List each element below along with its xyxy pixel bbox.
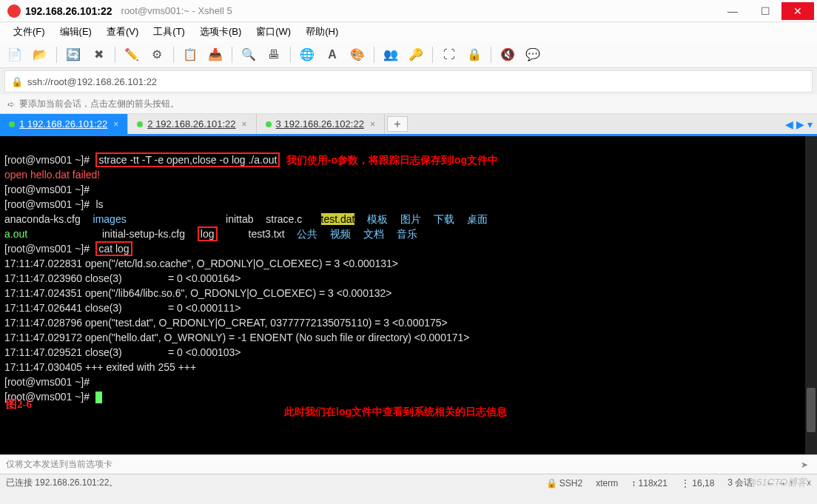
ls-dir: 音乐 — [397, 228, 417, 240]
watermark: @51CTO博客 — [747, 476, 807, 489]
ls-dir: 公共 — [297, 228, 317, 240]
key-icon[interactable]: 🔑 — [406, 44, 426, 65]
users-icon[interactable]: 👥 — [380, 44, 401, 65]
ls-dir: 桌面 — [467, 213, 488, 225]
prompt: [root@vms001 ~]# — [4, 243, 90, 255]
log-line: 17:11:47.024351 open("/lib64/libc.so.6",… — [4, 287, 391, 299]
properties-icon[interactable]: ✏️ — [121, 44, 142, 65]
tab-3[interactable]: 3 192.168.26.102:22 × — [257, 114, 385, 134]
ls-file: anaconda-ks.cfg — [4, 213, 81, 225]
maximize-button[interactable]: ☐ — [749, 2, 781, 20]
ls-file: inittab — [226, 213, 253, 225]
send-arrow-icon[interactable]: ➤ — [801, 460, 808, 470]
status-clear-icon[interactable]: ☓ — [807, 478, 811, 488]
ls-dir: 文档 — [363, 228, 384, 240]
menu-tools[interactable]: 工具(T) — [147, 24, 191, 40]
arrow-add-icon[interactable]: ➪ — [7, 99, 15, 110]
ls-dir: 模板 — [367, 213, 388, 225]
color-icon[interactable]: 🎨 — [347, 44, 368, 65]
font-icon[interactable]: A — [322, 44, 343, 65]
tab-nav[interactable]: ◀ ▶ ▾ — [781, 114, 817, 134]
menu-file[interactable]: 文件(F) — [7, 24, 51, 40]
log-line: 17:11:47.022831 open("/etc/ld.so.cache",… — [4, 258, 398, 269]
tab-status-dot — [266, 121, 272, 127]
status-size: 118x21 — [639, 478, 668, 488]
highlight-strace-cmd: strace -tt -T -e open,close -o log ./a.o… — [95, 152, 280, 167]
tab-1[interactable]: 1 192.168.26.101:22 × — [0, 114, 128, 134]
disconnect-icon[interactable]: ✖ — [88, 44, 109, 65]
terminal-scrollbar[interactable] — [805, 136, 817, 454]
menu-tabs[interactable]: 选项卡(B) — [194, 24, 247, 40]
globe-icon[interactable]: 🌐 — [297, 44, 317, 65]
highlight-cat-cmd: cat log — [95, 241, 132, 256]
copy-icon[interactable]: 📋 — [180, 44, 201, 65]
menu-view[interactable]: 查看(V) — [101, 24, 144, 40]
tab-2-label: 2 192.168.26.101:22 — [147, 118, 235, 130]
hint-text: 要添加当前会话，点击左侧的箭头按钮。 — [19, 98, 179, 110]
log-line: 17:11:47.026441 close(3) = 0 <0.000111> — [4, 302, 241, 314]
fullscreen-icon[interactable]: ⛶ — [439, 44, 460, 65]
tab-close-icon[interactable]: × — [370, 119, 375, 130]
tab-strip: 1 192.168.26.101:22 × 2 192.168.26.101:2… — [0, 114, 817, 136]
hint-strip: ➪ 要添加当前会话，点击左侧的箭头按钮。 — [0, 95, 817, 114]
tab-2[interactable]: 2 192.168.26.101:22 × — [128, 114, 256, 134]
menu-bar: 文件(F) 编辑(E) 查看(V) 工具(T) 选项卡(B) 窗口(W) 帮助(… — [0, 22, 817, 41]
cmd-ls: ls — [95, 198, 103, 210]
status-ssh: SSH2 — [559, 478, 582, 488]
toolbar: 📄 📂 🔄 ✖ ✏️ ⚙ 📋 📥 🔍 🖶 🌐 A 🎨 👥 🔑 ⛶ 🔒 🔇 💬 — [0, 41, 817, 68]
prompt: [root@vms001 ~]# — [4, 198, 90, 210]
status-connection: 已连接 192.168.26.101:22。 — [6, 477, 118, 489]
address-bar[interactable]: 🔒 ssh://root@192.168.26.101:22 — [4, 70, 813, 93]
ls-dir: 图片 — [400, 213, 421, 225]
ls-file: strace.c — [266, 213, 302, 225]
menu-window[interactable]: 窗口(W) — [250, 24, 297, 40]
new-session-icon[interactable]: 📄 — [4, 44, 25, 65]
output-fail: open hello.dat failed! — [4, 169, 100, 181]
tab-status-dot — [137, 121, 143, 127]
terminal-cursor — [95, 392, 102, 403]
print-icon[interactable]: 🖶 — [263, 44, 284, 65]
close-button[interactable]: ✕ — [781, 2, 814, 20]
ls-exec: a.out — [4, 228, 27, 240]
compose-placeholder: 仅将文本发送到当前选项卡 — [6, 458, 112, 471]
menu-edit[interactable]: 编辑(E) — [54, 24, 98, 40]
window-title-sub: root@vms001:~ - Xshell 5 — [121, 5, 232, 16]
ls-highlight: test.dat — [321, 213, 355, 225]
status-bar: 已连接 192.168.26.101:22。 🔒 SSH2 xterm ↕ 11… — [0, 474, 817, 491]
compose-input-strip[interactable]: 仅将文本发送到当前选项卡 ➤ — [0, 454, 817, 474]
menu-help[interactable]: 帮助(H) — [300, 24, 344, 40]
open-session-icon[interactable]: 📂 — [30, 44, 50, 65]
log-line: 17:11:47.028796 open("test.dat", O_RDONL… — [4, 317, 448, 329]
lock-icon[interactable]: 🔒 — [464, 44, 485, 65]
address-url: ssh://root@192.168.26.101:22 — [27, 76, 157, 87]
highlight-log: log — [198, 226, 218, 241]
comment-icon[interactable]: 💬 — [522, 44, 543, 65]
window-titlebar: 192.168.26.101:22 root@vms001:~ - Xshell… — [0, 0, 817, 22]
reconnect-icon[interactable]: 🔄 — [63, 44, 84, 65]
ls-dir: 下载 — [434, 213, 454, 225]
paste-icon[interactable]: 📥 — [205, 44, 226, 65]
log-line: 17:11:47.029172 open("hello.dat", O_WRON… — [4, 332, 469, 343]
status-term: xterm — [596, 478, 618, 488]
minimize-button[interactable]: — — [716, 2, 749, 20]
app-icon — [7, 4, 21, 18]
add-tab-button[interactable]: + — [387, 116, 408, 132]
ls-dir: 视频 — [330, 228, 351, 240]
tab-close-icon[interactable]: × — [113, 119, 118, 130]
settings-icon[interactable]: ⚙ — [147, 44, 167, 65]
tab-close-icon[interactable]: × — [242, 119, 247, 130]
prompt: [root@vms001 ~]# — [4, 184, 90, 195]
ls-dir: images — [93, 213, 127, 225]
status-cursor-pos: 16,18 — [692, 478, 714, 488]
search-icon[interactable]: 🔍 — [238, 44, 259, 65]
window-title-main: 192.168.26.101:22 — [25, 5, 112, 17]
ls-file: initial-setup-ks.cfg — [102, 228, 185, 240]
prompt: [root@vms001 ~]# — [4, 376, 90, 388]
lock-small-icon: 🔒 — [11, 76, 23, 87]
ls-file: test3.txt — [249, 228, 285, 240]
log-line: 17:11:47.030405 +++ exited with 255 +++ — [4, 361, 196, 373]
tab-3-label: 3 192.168.26.102:22 — [276, 118, 364, 130]
bell-icon[interactable]: 🔇 — [497, 44, 518, 65]
terminal-pane[interactable]: [root@vms001 ~]# strace -tt -T -e open,c… — [0, 136, 817, 454]
annotation-bottom: 此时我们在log文件中查看到系统相关的日志信息 — [284, 406, 507, 417]
